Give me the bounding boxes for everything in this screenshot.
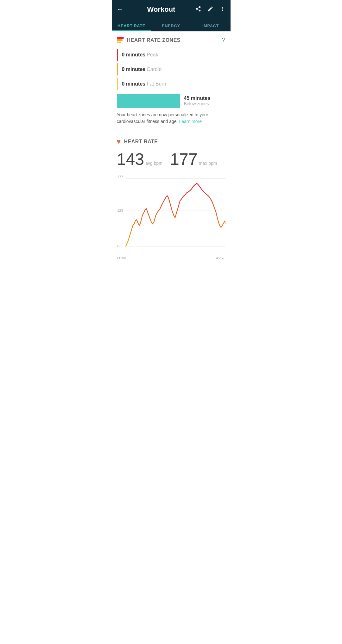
chart-y-min: 82 xyxy=(117,244,121,248)
zone-fatburn-minutes: 0 minutes xyxy=(122,81,146,87)
max-bpm-stat: 177 max bpm xyxy=(170,151,217,167)
hr-section-title: HEART RATE xyxy=(124,139,158,145)
chart-time-start: 00:00 xyxy=(117,256,126,260)
chart-time-end: 45:57 xyxy=(216,256,225,260)
zone-cardio: 0 minutes Cardio xyxy=(117,63,225,75)
zone-cardio-label: Cardio xyxy=(147,67,162,72)
more-icon[interactable] xyxy=(219,6,225,14)
zones-header-left: HEART RATE ZONES xyxy=(117,37,180,43)
zone-peak-minutes: 0 minutes xyxy=(122,52,146,58)
avg-bpm-stat: 143 avg bpm xyxy=(117,151,162,167)
below-zones-minutes: 45 minutes xyxy=(184,95,211,101)
header-actions xyxy=(195,6,225,14)
page-title: Workout xyxy=(128,5,195,14)
learn-more-link[interactable]: Learn more xyxy=(179,119,202,124)
heart-rate-zones-section: HEART RATE ZONES ? 0 minutes Peak 0 minu… xyxy=(112,31,231,130)
zone-cardio-minutes: 0 minutes xyxy=(122,67,146,72)
chart-y-mid: 129 xyxy=(117,209,123,212)
tab-impact[interactable]: IMPACT xyxy=(191,19,231,31)
chart-y-max: 177 xyxy=(117,175,123,179)
max-bpm-label: max bpm xyxy=(199,161,217,166)
heart-rate-chart: 177 129 82 xyxy=(117,172,225,255)
share-icon[interactable] xyxy=(195,6,201,14)
zone-fatburn: 0 minutes Fat Burn xyxy=(117,78,225,90)
zones-section-title: HEART RATE ZONES xyxy=(127,37,180,43)
edit-icon[interactable] xyxy=(207,6,213,14)
tab-heart-rate[interactable]: HEART RATE xyxy=(112,19,151,31)
zone-fatburn-label: Fat Burn xyxy=(147,81,166,87)
heart-icon: ♥ xyxy=(117,138,121,146)
below-zones-text: 45 minutes Below zones xyxy=(184,95,211,106)
zones-stack-icon xyxy=(117,37,124,43)
zone-peak-label: Peak xyxy=(147,52,158,58)
zones-icon-bar-1 xyxy=(117,37,124,39)
zones-description: Your heart zones are now personalized to… xyxy=(117,112,225,125)
avg-bpm-value: 143 xyxy=(117,151,144,167)
tab-energy[interactable]: ENERGY xyxy=(151,19,191,31)
heart-rate-svg xyxy=(117,172,225,255)
zone-peak: 0 minutes Peak xyxy=(117,49,225,61)
back-button[interactable]: ← xyxy=(117,5,124,14)
tab-bar: HEART RATE ENERGY IMPACT xyxy=(112,19,231,31)
app-header: ← Workout xyxy=(112,0,231,19)
avg-bpm-label: avg bpm xyxy=(145,161,162,166)
below-zones-bar xyxy=(117,94,180,108)
help-button[interactable]: ? xyxy=(222,36,225,44)
zones-icon-bar-2 xyxy=(117,39,123,41)
chart-time-labels: 00:00 45:57 xyxy=(117,256,225,260)
zones-section-header: HEART RATE ZONES ? xyxy=(117,36,225,44)
zones-icon-bar-3 xyxy=(117,42,121,43)
below-zones-row: 45 minutes Below zones xyxy=(117,94,225,108)
bpm-stats: 143 avg bpm 177 max bpm xyxy=(117,151,225,167)
hr-section-header: ♥ HEART RATE xyxy=(117,138,225,146)
below-zones-label: Below zones xyxy=(184,101,211,106)
max-bpm-value: 177 xyxy=(170,151,198,167)
heart-rate-section: ♥ HEART RATE 143 avg bpm 177 max bpm 177… xyxy=(112,132,231,265)
